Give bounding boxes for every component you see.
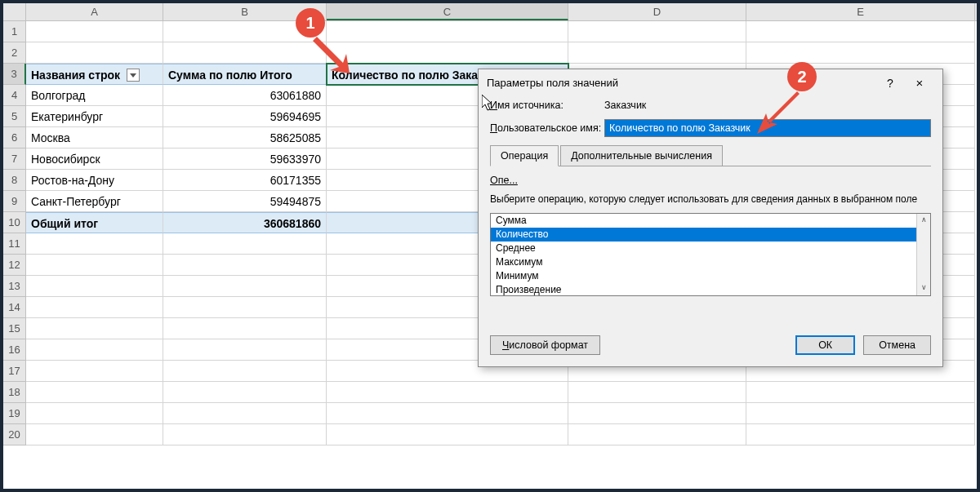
pivot-row-name[interactable]: Москва	[26, 127, 163, 148]
listbox-scrollbar[interactable]: ∧ ∨	[916, 214, 930, 295]
close-button[interactable]: ×	[905, 76, 934, 90]
pivot-row-name[interactable]: Санкт-Петербург	[26, 191, 163, 212]
col-header-D[interactable]: D	[568, 3, 746, 20]
operation-listbox[interactable]: Сумма Количество Среднее Максимум Миниму…	[491, 214, 916, 295]
number-format-button[interactable]: Числовой формат	[490, 335, 600, 355]
filter-dropdown-icon[interactable]	[127, 69, 140, 82]
pivot-total-label[interactable]: Общий итог	[26, 212, 163, 233]
callout-badge-2: 2	[787, 62, 817, 91]
scroll-up-icon[interactable]: ∧	[917, 214, 930, 228]
listbox-item[interactable]: Произведение	[491, 283, 916, 295]
pivot-sum-header[interactable]: Сумма по полю Итого	[163, 64, 327, 85]
pivot-total-sum[interactable]: 360681860	[163, 212, 327, 233]
svg-marker-0	[313, 37, 350, 73]
pivot-row-labels-text: Названия строк	[31, 69, 120, 82]
operation-description: Выберите операцию, которую следует испол…	[490, 193, 931, 206]
row-header[interactable]: 10	[3, 212, 25, 233]
row-header[interactable]: 9	[3, 191, 25, 212]
listbox-item[interactable]: Максимум	[491, 255, 916, 269]
row-header[interactable]: 12	[3, 255, 25, 276]
pivot-row-sum[interactable]: 59694695	[163, 106, 327, 127]
row-header[interactable]: 4	[3, 85, 25, 106]
operation-short-label: Опе...	[490, 175, 931, 186]
row-header[interactable]: 3	[3, 64, 26, 85]
pivot-row-sum[interactable]: 59633970	[163, 148, 327, 170]
row-header[interactable]: 13	[3, 276, 25, 297]
pivot-row-name[interactable]: Волгоград	[26, 85, 163, 106]
source-name-value: Заказчик	[604, 100, 646, 111]
row-header[interactable]: 15	[3, 318, 25, 339]
help-button[interactable]: ?	[875, 77, 905, 90]
arrow-icon	[310, 34, 351, 75]
arrow-icon	[755, 89, 804, 138]
dialog-title: Параметры поля значений	[487, 77, 875, 89]
row-header[interactable]: 6	[3, 127, 25, 148]
pivot-row-name[interactable]: Новосибирск	[26, 148, 163, 170]
row-header[interactable]: 8	[3, 170, 25, 191]
row-header[interactable]: 7	[3, 148, 25, 170]
col-header-E[interactable]: E	[746, 3, 975, 20]
pivot-row-sum[interactable]: 60171355	[163, 170, 327, 191]
pivot-row-sum[interactable]: 59494875	[163, 191, 327, 212]
column-headers: A B C D E	[3, 3, 977, 21]
scroll-down-icon[interactable]: ∨	[917, 281, 930, 295]
dialog-tabs: Операция Дополнительные вычисления	[490, 145, 931, 166]
row-header[interactable]: 5	[3, 106, 25, 127]
col-header-C[interactable]: C	[327, 3, 568, 20]
row-header[interactable]: 1	[3, 21, 25, 42]
listbox-item[interactable]: Сумма	[491, 214, 916, 228]
row-header[interactable]: 16	[3, 339, 25, 361]
row-header[interactable]: 19	[3, 403, 25, 424]
pivot-row-labels-header[interactable]: Названия строк	[26, 64, 163, 85]
row-header[interactable]: 2	[3, 42, 25, 64]
row-headers: 1 2 3 4 5 6 7 8 9 10 11 12 13 14 15 16 1…	[3, 21, 26, 445]
cancel-button[interactable]: Отмена	[863, 335, 931, 355]
callout-badge-1: 1	[296, 8, 325, 38]
listbox-item[interactable]: Количество	[491, 228, 916, 242]
ok-button[interactable]: ОК	[795, 335, 855, 355]
col-header-A[interactable]: A	[26, 3, 163, 20]
custom-name-label: Пользовательское имя:	[490, 122, 604, 134]
tab-operation[interactable]: Операция	[490, 145, 559, 166]
pivot-row-sum[interactable]: 63061880	[163, 85, 327, 106]
value-field-settings-dialog: Параметры поля значений ? × Имя источник…	[478, 69, 943, 367]
tab-additional[interactable]: Дополнительные вычисления	[560, 145, 723, 166]
row-header[interactable]: 17	[3, 361, 25, 382]
listbox-item[interactable]: Среднее	[491, 242, 916, 255]
row-header[interactable]: 14	[3, 297, 25, 318]
pivot-row-sum[interactable]: 58625085	[163, 127, 327, 148]
source-name-label: Имя источника:	[490, 100, 604, 111]
dialog-titlebar[interactable]: Параметры поля значений ? ×	[479, 69, 942, 100]
row-header[interactable]: 18	[3, 382, 25, 403]
listbox-item[interactable]: Минимум	[491, 269, 916, 283]
row-header[interactable]: 11	[3, 233, 25, 255]
row-header[interactable]: 20	[3, 424, 25, 445]
svg-marker-1	[757, 91, 800, 134]
pivot-row-name[interactable]: Ростов-на-Дону	[26, 170, 163, 191]
select-all-corner[interactable]	[3, 3, 26, 20]
pivot-row-name[interactable]: Екатеринбург	[26, 106, 163, 127]
